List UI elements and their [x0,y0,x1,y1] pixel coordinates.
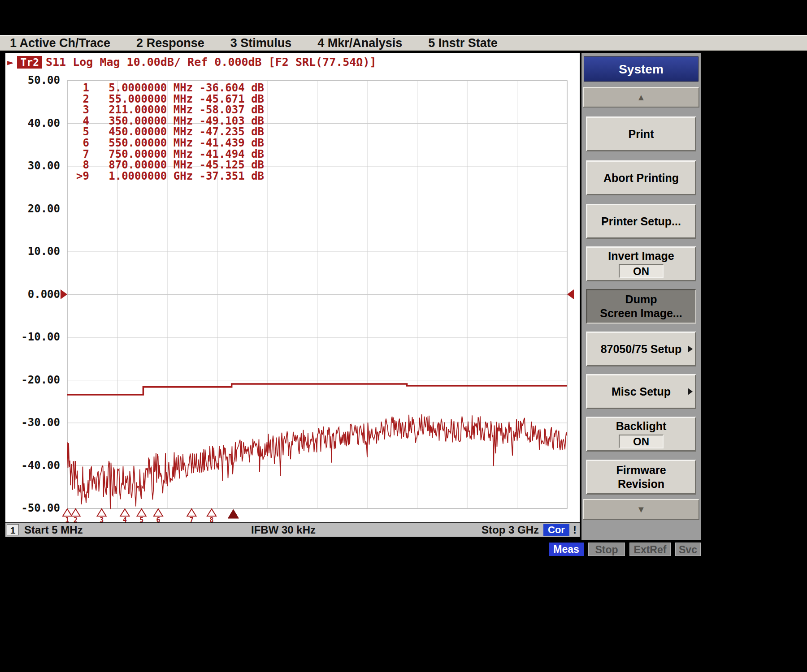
ref-level-marker-left-icon [61,289,67,299]
marker-symbol [120,509,129,516]
marker-symbol [207,509,216,516]
softkey-label: Screen Image... [600,307,682,320]
marker-readout-row: >9 1.0000000 GHz -37.351 dB [76,171,264,182]
menu-scroll-down-button[interactable]: ▼ [583,499,699,520]
y-axis-label: -50.00 [13,502,60,514]
softkey-label: Dump [625,293,657,306]
marker-number: 7 [190,516,194,522]
softkey-label: Firmware [616,464,666,477]
y-axis-label: 0.000 [13,288,60,301]
marker-readout-row: 3 211.00000 MHz -58.037 dB [76,104,264,116]
y-axis-label: -40.00 [13,459,60,472]
y-axis-label: 20.00 [13,202,60,215]
svc-status-indicator: Svc [675,543,701,556]
trace-format-text: S11 Log Mag 10.00dB/ Ref 0.000dB [F2 SRL… [46,56,377,69]
y-axis-label: 10.00 [13,245,60,258]
marker-symbol [137,509,146,516]
submenu-arrow-icon [688,345,693,353]
firmware-revision-button[interactable]: FirmwareRevision [586,460,696,495]
softkey-label: Invert Image [608,250,674,263]
y-axis-label: -20.00 [13,374,60,386]
misc-setup-button[interactable]: Misc Setup [586,374,696,409]
y-axis-label: -30.00 [13,416,60,429]
y-axis-label: 50.00 [13,74,60,86]
channel-number-box: 1 [7,524,19,535]
marker-number: 4 [123,516,127,522]
up-arrow-icon: ▲ [637,92,646,102]
marker-symbol [154,509,163,516]
y-axis-label: 40.00 [13,117,60,129]
submenu-arrow-icon [688,388,693,395]
down-arrow-icon: ▼ [637,504,646,514]
marker-readout-row: 7 750.00000 MHz -41.494 dB [76,149,264,160]
print-button[interactable]: Print [586,116,696,151]
active-marker-symbol [228,509,239,518]
ifbw-label: IFBW 30 kHz [251,523,316,537]
ref-level-marker-right-icon [567,289,574,299]
extref-status-indicator: ExtRef [629,543,671,556]
printer-setup-button[interactable]: Printer Setup... [586,204,696,239]
softkey-label: Print [629,128,654,141]
y-axis-label: 30.00 [13,159,60,172]
invert-image-button[interactable]: Invert ImageON [586,246,696,281]
softkey-panel: System ▲ PrintAbort PrintingPrinter Setu… [581,53,701,540]
stop-status-indicator: Stop [588,543,625,556]
marker-readout-row: 2 55.000000 MHz -45.671 dB [76,94,264,105]
meas-status-indicator: Meas [549,543,584,556]
marker-number: 3 [100,516,104,522]
abort-printing-button[interactable]: Abort Printing [586,160,696,195]
marker-number: 1 [65,516,69,522]
softkey-label: Backlight [616,420,667,433]
marker-readout-row: 5 450.00000 MHz -47.235 dB [76,126,264,138]
menubar-item-1[interactable]: 1 Active Ch/Trace [10,36,110,50]
marker-readout-table: 1 5.0000000 MHz -36.604 dB 2 55.000000 M… [76,82,264,181]
menubar-item-3[interactable]: 3 Stimulus [230,36,292,50]
backlight-button[interactable]: BacklightON [586,417,696,452]
menu-scroll-up-button[interactable]: ▲ [583,87,699,108]
stop-frequency-label: Stop 3 GHz [482,523,539,537]
softkey-label: Misc Setup [612,385,671,398]
dump-screen-image-button[interactable]: DumpScreen Image... [586,289,696,324]
softkey-label: Printer Setup... [601,215,681,228]
y-axis-label: -10.00 [13,331,60,343]
menubar-item-2[interactable]: 2 Response [136,36,204,50]
87050-75-setup-button[interactable]: 87050/75 Setup [586,332,696,366]
marker-readout-row: 1 5.0000000 MHz -36.604 dB [76,82,264,94]
analyzer-ui: 1 Active Ch/Trace2 Response3 Stimulus4 M… [0,0,807,672]
caution-indicator: ! [573,523,577,537]
toggle-state: ON [619,435,664,448]
softkey-label: Abort Printing [603,172,679,185]
marker-symbol [187,509,196,516]
system-menu-title[interactable]: System [584,56,699,82]
toggle-state: ON [619,264,664,278]
menu-bar: 1 Active Ch/Trace2 Response3 Stimulus4 M… [0,35,807,51]
marker-symbol [71,509,80,516]
marker-symbol [97,509,106,516]
correction-status-badge: Cor [543,524,569,536]
softkey-label: 87050/75 Setup [601,343,682,356]
active-trace-arrow-icon: ► [7,56,13,69]
marker-readout-row: 6 550.00000 MHz -41.439 dB [76,138,264,149]
marker-number: 5 [139,516,143,522]
analyzer-display: 12345678 ► Tr2 S11 Log Mag 10.00dB/ Ref … [5,53,580,522]
menubar-item-5[interactable]: 5 Instr State [428,36,498,50]
trace-header: ► Tr2 S11 Log Mag 10.00dB/ Ref 0.000dB [… [7,56,377,69]
softkey-label: Revision [618,478,664,491]
marker-symbol [63,509,72,516]
trace-label-badge: Tr2 [17,56,42,69]
marker-readout-row: 8 870.00000 MHz -45.125 dB [76,159,264,171]
marker-number: 8 [210,516,214,522]
start-frequency-label: Start 5 MHz [24,523,83,537]
menubar-item-4[interactable]: 4 Mkr/Analysis [317,36,402,50]
marker-number: 2 [74,516,78,522]
marker-readout-row: 4 350.00000 MHz -49.103 dB [76,116,264,127]
marker-number: 6 [156,516,160,522]
status-bar: 1 Start 5 MHz IFBW 30 kHz Stop 3 GHz Cor… [5,523,580,537]
